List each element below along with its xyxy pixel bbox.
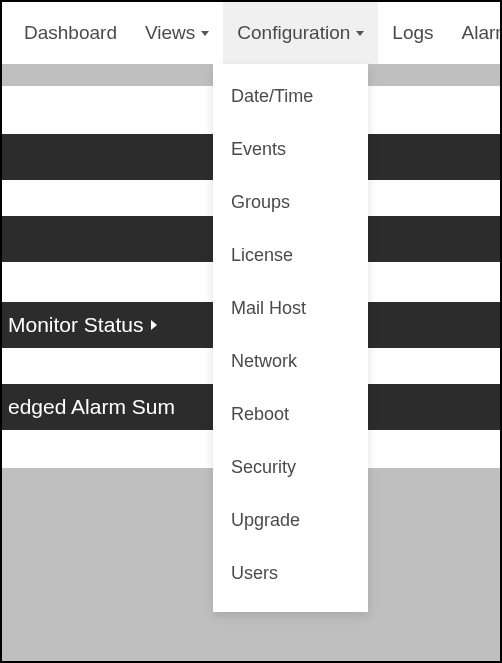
menu-item-label: Events xyxy=(231,139,286,159)
menu-item-date-time[interactable]: Date/Time xyxy=(213,70,368,123)
menu-item-groups[interactable]: Groups xyxy=(213,176,368,229)
nav-dashboard-label: Dashboard xyxy=(24,22,117,44)
nav-configuration[interactable]: Configuration xyxy=(223,2,378,64)
nav-logs-label: Logs xyxy=(392,22,433,44)
caret-down-icon xyxy=(356,31,364,36)
section-monitor-status-label: Monitor Status xyxy=(8,313,143,337)
menu-item-security[interactable]: Security xyxy=(213,441,368,494)
section-alarm-summary-label: edged Alarm Sum xyxy=(8,395,175,419)
menu-item-label: Mail Host xyxy=(231,298,306,318)
nav-views-label: Views xyxy=(145,22,195,44)
chevron-right-icon xyxy=(151,320,157,330)
menu-item-network[interactable]: Network xyxy=(213,335,368,388)
nav-alarms-label: Alarms xyxy=(462,22,502,44)
menu-item-label: Reboot xyxy=(231,404,289,424)
menu-item-label: Security xyxy=(231,457,296,477)
nav-alarms[interactable]: Alarms xyxy=(448,2,502,64)
nav-logs[interactable]: Logs xyxy=(378,2,447,64)
menu-item-label: Upgrade xyxy=(231,510,300,530)
nav-views[interactable]: Views xyxy=(131,2,223,64)
nav-dashboard[interactable]: Dashboard xyxy=(10,2,131,64)
menu-item-label: Date/Time xyxy=(231,86,313,106)
menu-item-events[interactable]: Events xyxy=(213,123,368,176)
menu-item-reboot[interactable]: Reboot xyxy=(213,388,368,441)
menu-item-license[interactable]: License xyxy=(213,229,368,282)
menu-item-label: Groups xyxy=(231,192,290,212)
menu-item-users[interactable]: Users xyxy=(213,547,368,600)
caret-down-icon xyxy=(201,31,209,36)
configuration-dropdown: Date/Time Events Groups License Mail Hos… xyxy=(213,64,368,612)
navbar: Dashboard Views Configuration Logs Alarm… xyxy=(2,2,500,64)
menu-item-mail-host[interactable]: Mail Host xyxy=(213,282,368,335)
menu-item-label: Users xyxy=(231,563,278,583)
menu-item-upgrade[interactable]: Upgrade xyxy=(213,494,368,547)
menu-item-label: Network xyxy=(231,351,297,371)
menu-item-label: License xyxy=(231,245,293,265)
nav-configuration-label: Configuration xyxy=(237,22,350,44)
